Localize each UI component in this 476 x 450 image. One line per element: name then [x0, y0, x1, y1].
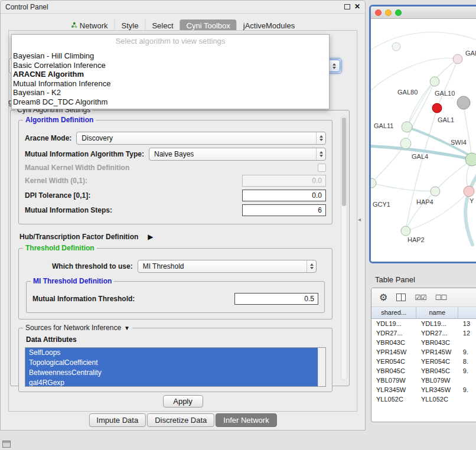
node-label: GAL4 [412, 153, 428, 160]
network-edge[interactable] [406, 191, 469, 231]
bottom-tab-infer-network[interactable]: Infer Network [216, 413, 276, 427]
kernel-width-label: Kernel Width (0,1): [25, 177, 87, 185]
algorithm-option[interactable]: Dream8 DC_TDC Algorithm [12, 97, 329, 107]
mi-steps-field[interactable] [242, 204, 326, 216]
combo-stepper-icon[interactable] [328, 60, 340, 72]
float-window-icon[interactable] [344, 4, 350, 9]
network-edge[interactable] [371, 183, 435, 191]
bottom-tab-discretize-data[interactable]: Discretize Data [147, 413, 214, 427]
tab-label: Cyni Toolbox [187, 21, 230, 30]
table-row[interactable]: YDL19...YDL19...13 [371, 319, 476, 328]
attribute-item[interactable]: SelfLoops [25, 348, 318, 358]
minimize-traffic-light-icon[interactable] [385, 9, 392, 16]
table-cell: YBL079W [416, 376, 458, 385]
table-cell: YDL19... [371, 319, 416, 328]
settings-scrollbar[interactable] [341, 116, 347, 380]
table-cell: YLL052C [416, 394, 458, 404]
attribute-item[interactable]: BetweennessCentrality [25, 368, 318, 378]
algorithm-option[interactable]: Basic Correlation Inference [12, 61, 329, 70]
table-cell: 13 [458, 319, 476, 328]
table-row[interactable]: YPR145WYPR145W9. [371, 347, 476, 357]
node-label: Y [470, 197, 474, 204]
attribute-item[interactable]: gal4RGexp [25, 378, 318, 387]
table-row[interactable]: YBL079WYBL079W [371, 376, 476, 385]
network-edge[interactable] [406, 191, 435, 231]
list-scrollbar[interactable] [318, 348, 325, 386]
panel-splitter-handle[interactable]: ◂ [358, 216, 361, 223]
mi-threshold-label: Mutual Information Threshold: [32, 295, 135, 303]
network-edge[interactable] [371, 32, 476, 54]
network-node[interactable] [392, 43, 400, 51]
restore-panel-icon[interactable] [2, 441, 11, 448]
collapse-arrow-icon[interactable]: ▼ [124, 325, 130, 331]
network-edge[interactable] [464, 103, 472, 159]
columns-icon[interactable] [396, 294, 406, 301]
algorithm-option[interactable]: Bayesian - K2 [12, 88, 329, 97]
algorithm-option[interactable]: ARACNE Algorithm [12, 70, 329, 79]
column-header-name[interactable]: name [416, 307, 458, 318]
network-node[interactable] [371, 178, 376, 188]
which-threshold-label: Which threshold to use: [52, 262, 133, 270]
column-header-extra[interactable] [458, 307, 476, 318]
table-row[interactable]: YLL052CYLL052C [371, 394, 476, 404]
data-attributes-label: Data Attributes [26, 335, 326, 344]
kernel-width-field [242, 175, 326, 187]
combo-stepper-icon [307, 260, 316, 272]
network-node[interactable] [465, 153, 476, 166]
dpi-tolerance-label: DPI Tolerance [0,1]: [25, 191, 90, 200]
network-node[interactable] [400, 138, 411, 149]
table-cell: YLR345W [371, 385, 416, 394]
table-row[interactable]: YLR345WYLR345W9. [371, 385, 476, 394]
table-row[interactable]: YBR043CYBR043C [371, 338, 476, 347]
control-panel-titlebar: Control Panel ✕ [1, 1, 365, 14]
network-node[interactable] [430, 77, 439, 86]
table-cell: YDL19... [416, 319, 458, 328]
table-cell: YBR043C [371, 338, 416, 347]
close-traffic-light-icon[interactable] [375, 9, 382, 16]
network-node[interactable] [464, 186, 474, 197]
mi-type-label: Mutual Information Algorithm Type: [25, 150, 144, 158]
attribute-item[interactable]: TopologicalCoefficient [25, 358, 318, 368]
hub-definition-toggle[interactable]: Hub/Transcription Factor Definition ▶ [19, 233, 331, 241]
network-node[interactable] [453, 54, 462, 64]
group-title: Threshold Definition [23, 244, 97, 252]
deselect-all-icon[interactable]: ☐☐ [435, 293, 447, 302]
gear-icon[interactable]: ⚙ [379, 293, 387, 302]
bottom-tab-impute-data[interactable]: Impute Data [89, 413, 146, 427]
table-cell: YBR045C [416, 366, 458, 376]
mi-threshold-field[interactable] [234, 293, 318, 305]
desktop: Control Panel ✕ NetworkStyleSelectCyni T… [0, 0, 476, 450]
network-node[interactable] [402, 122, 412, 132]
apply-button[interactable]: Apply [163, 395, 203, 407]
bottom-tab-bar: Impute DataDiscretize DataInfer Network [89, 413, 276, 427]
tab-label: Network [80, 21, 108, 30]
table-header-row: shared...name [371, 307, 476, 319]
table-cell: YLL052C [371, 394, 416, 404]
network-edge[interactable] [437, 59, 458, 108]
select-all-icon[interactable]: ☑☑ [415, 293, 426, 302]
table-row[interactable]: YER054CYER054C8. [371, 357, 476, 366]
scrollbar-thumb[interactable] [342, 118, 346, 206]
dpi-tolerance-field[interactable] [242, 190, 326, 201]
threshold-select[interactable]: MI Threshold [138, 260, 317, 273]
data-attributes-list[interactable]: SelfLoopsTopologicalCoefficientBetweenne… [25, 347, 326, 387]
node-label: GAL80 [397, 89, 418, 96]
close-icon[interactable]: ✕ [354, 3, 360, 10]
table-row[interactable]: YDR27...YDR27...12 [371, 328, 476, 338]
table-cell: 8. [458, 357, 476, 366]
network-node[interactable] [432, 103, 442, 113]
table-cell: YPR145W [371, 347, 416, 357]
algorithm-option[interactable]: Mutual Information Inference [12, 79, 329, 89]
network-node[interactable] [457, 96, 470, 109]
mi-algorithm-type-select[interactable]: Naive Bayes [149, 148, 326, 161]
aracne-mode-select[interactable]: Discovery [76, 132, 326, 145]
zoom-traffic-light-icon[interactable] [395, 9, 402, 16]
network-node[interactable] [401, 226, 410, 236]
column-header-shared[interactable]: shared... [371, 307, 416, 318]
algorithm-option[interactable]: Bayesian - Hill Climbing [12, 51, 329, 61]
table-row[interactable]: YBR045CYBR045C9. [371, 366, 476, 376]
combo-stepper-icon [316, 132, 325, 144]
network-node[interactable] [431, 187, 440, 196]
network-window-titlebar[interactable] [371, 6, 476, 19]
network-canvas[interactable]: GALGAL80GAL10GAL11GAL1SWI4GAL4GCY1HAP4YH… [371, 19, 476, 262]
